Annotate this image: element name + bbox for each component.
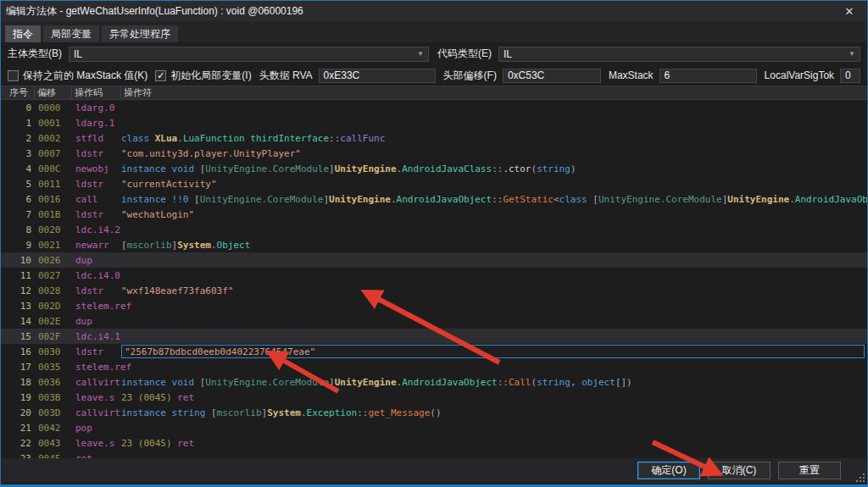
instruction-opcode: leave.s [72,392,121,403]
il-instruction-row[interactable]: 13002Dstelem.ref [1,298,867,313]
instruction-index: 5 [1,179,35,190]
operand-segment: UnityEngine [329,194,391,205]
instruction-offset: 0001 [35,118,72,129]
init-locals-checkbox[interactable]: ✓ [155,70,166,81]
column-header-opcode[interactable]: 操作码 [72,86,121,99]
header-rva-input[interactable]: 0xE33C [319,69,436,83]
operand-segment [245,133,251,144]
header-rva-label: 头数据 RVA [259,69,313,83]
operand-segment: mscorlib [127,240,172,251]
cancel-button[interactable]: 取消(C) [708,462,771,479]
il-instruction-row[interactable]: 15002Fldc.i4.1 [1,329,867,344]
code-type-value: IL [504,48,849,60]
instruction-index: 2 [1,133,35,144]
il-instruction-row[interactable]: 160030ldstr"2567b87bdbcd0eeb0d4022376454… [1,344,867,359]
resize-grip-icon[interactable] [854,472,865,482]
il-instruction-row[interactable]: 60016callinstance !!0 [UnityEngine.CoreM… [1,191,867,207]
operand-segment: UnityEngine.CoreModule [205,163,329,174]
il-instruction-row[interactable]: 210042pop [1,420,867,435]
keep-maxstack-checkbox[interactable] [8,70,19,81]
header-offset-input[interactable]: 0xC53C [503,69,601,83]
instruction-index: 10 [1,255,35,266]
instruction-offset: 003D [35,407,72,418]
il-instruction-row[interactable]: 19003Bleave.s23 (0045) ret [1,390,867,405]
operand-segment: AndroidJavaObject [402,377,498,388]
il-instruction-row[interactable]: 110027ldc.i4.0 [1,268,867,283]
localvarsigtok-label: LocalVarSigTok [765,69,835,81]
il-instruction-row[interactable]: 220043leave.s23 (0045) ret [1,435,867,451]
il-instruction-row[interactable]: 100026dup [1,252,867,268]
instruction-opcode: dup [72,316,121,327]
il-instruction-row[interactable]: 30007ldstr"com.unity3d.player.UnityPlaye… [1,146,867,161]
column-header-operand[interactable]: 操作符 [121,86,867,99]
operand-segment: UnityEngine.CoreModule [598,194,722,205]
operand-segment: string [537,163,570,174]
operand-segment: UnityEngine [335,163,397,174]
instruction-opcode: newarr [72,240,121,251]
instruction-opcode: stfld [72,133,121,144]
instruction-operand: "2567b87bdbcd0eeb0d40223764547eae" [121,345,867,358]
instruction-opcode: ldstr [72,209,121,220]
operand-segment: Exception [307,407,358,418]
instruction-index: 16 [1,346,35,357]
tab-instructions[interactable]: 指令 [5,25,41,42]
il-instruction-row[interactable]: 4000Cnewobjinstance void [UnityEngine.Co… [1,161,867,176]
instruction-operand: class XLua.LuaFunction thirdInterface::c… [121,133,867,144]
operand-segment: UnityEngine.CoreModule [205,377,329,388]
button-bar: 确定(O) 取消(C) 重置 [2,458,866,483]
instruction-opcode: ldc.i4.0 [72,270,121,281]
operand-segment: Call [509,377,531,388]
il-instruction-row[interactable]: 90021newarr[mscorlib]System.Object [1,237,867,252]
operand-segment: object [581,377,615,388]
il-instruction-row[interactable]: 20003Dcallvirtinstance string [mscorlib]… [1,405,867,420]
instruction-operand: "wxf148eaef73fa603f" [121,285,867,296]
maxstack-label: MaxStack [609,69,654,81]
localvarsigtok-input[interactable]: 0 [840,69,860,83]
maxstack-input[interactable]: 6 [659,69,757,83]
operand-segment: instance !!0 [121,194,194,205]
il-instruction-row[interactable]: 00000ldarg.0 [1,100,867,115]
il-instruction-row[interactable]: 50011ldstr"currentActivity" [1,176,867,191]
operand-segment: < [554,194,559,205]
operand-segment: 23 (0045) [121,438,177,449]
instruction-table: 00000ldarg.010001ldarg.120002stfldclass … [1,100,867,466]
reset-button[interactable]: 重置 [778,462,841,479]
instruction-offset: 001B [35,209,72,220]
il-instruction-row[interactable]: 20002stfldclass XLua.LuaFunction thirdIn… [1,130,867,146]
operand-segment: .ctor [503,163,531,174]
il-instruction-row[interactable]: 120028ldstr"wxf148eaef73fa603f" [1,283,867,298]
instruction-index: 22 [1,438,35,449]
operand-segment: System [267,407,301,418]
instruction-index: 21 [1,423,35,434]
tab-local-variables[interactable]: 局部变量 [43,25,99,42]
il-instruction-row[interactable]: 170035stelem.ref [1,359,867,374]
instruction-operand: instance void [UnityEngine.CoreModule]Un… [121,377,867,388]
operand-edit-input[interactable]: "2567b87bdbcd0eeb0d40223764547eae" [121,345,865,358]
il-instruction-row[interactable]: 180036callvirtinstance void [UnityEngine… [1,374,867,390]
column-header-offset[interactable]: 偏移 [35,86,72,99]
operand-segment: [ [200,163,206,174]
operand-segment: . [397,377,403,388]
instruction-opcode: dup [72,255,121,266]
instruction-offset: 0016 [35,194,72,205]
tab-exception-handlers[interactable]: 异常处理程序 [102,25,178,42]
instruction-index: 1 [1,118,35,129]
close-icon[interactable]: ✕ [837,2,862,20]
operand-segment: . [391,194,397,205]
operand-segment: get_Message [368,407,430,418]
code-type-select[interactable]: IL ▼ [498,47,860,62]
il-instruction-row[interactable]: 80020ldc.i4.2 [1,222,867,237]
body-type-select[interactable]: IL ▼ [69,47,429,62]
il-instruction-row[interactable]: 10001ldarg.1 [1,115,867,130]
il-instruction-row[interactable]: 14002Edup [1,313,867,329]
instruction-opcode: callvirt [72,377,121,388]
column-header-index[interactable]: 序号 [1,86,35,99]
operand-segment: ( [531,163,537,174]
il-instruction-row[interactable]: 7001Bldstr"wechatLogin" [1,207,867,222]
ok-button[interactable]: 确定(O) [637,462,700,479]
instruction-index: 0 [1,102,35,113]
instruction-operand: "wechatLogin" [121,209,867,220]
operand-segment: ] [323,194,329,205]
instruction-operand: "currentActivity" [121,179,867,190]
instruction-offset: 0030 [35,346,72,357]
